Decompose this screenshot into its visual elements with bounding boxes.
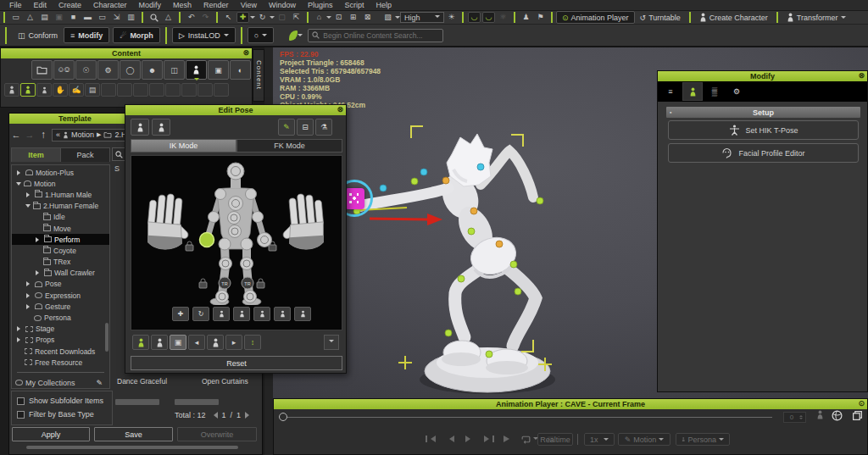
next-frame-icon[interactable]: [481, 433, 496, 445]
redo-icon[interactable]: ↷: [199, 12, 212, 23]
frame-input[interactable]: [784, 413, 799, 422]
tree-expand-arrow[interactable]: [26, 304, 32, 309]
tree-item[interactable]: Stage: [12, 324, 109, 335]
front-view-icon[interactable]: [207, 335, 224, 350]
tree-expand-arrow[interactable]: [26, 192, 32, 197]
select-lower-body-icon[interactable]: [233, 307, 250, 321]
edit-pose-header[interactable]: Edit Pose ⊗: [125, 105, 346, 115]
transformer-button[interactable]: Transformer: [782, 11, 851, 24]
right-ankle-joint[interactable]: [216, 291, 229, 303]
translate-axis-arrow[interactable]: [358, 203, 453, 227]
body-part-selector[interactable]: TR TR ✚ ↻: [131, 155, 342, 330]
export-obj-icon[interactable]: ▬: [81, 12, 94, 23]
right-wrist-joint-selected[interactable]: [200, 233, 214, 247]
online-search-box[interactable]: [308, 29, 443, 42]
go-to-end-icon[interactable]: [501, 433, 515, 445]
previous-frame-icon[interactable]: [442, 433, 457, 445]
modify-panel-header[interactable]: Modify ⊗: [658, 71, 867, 81]
subfilter-glove-icon[interactable]: ✋: [53, 83, 68, 97]
import-icon[interactable]: ▣: [53, 12, 65, 23]
tr-badges[interactable]: TR TR: [219, 277, 253, 289]
left-shoulder-joint[interactable]: [246, 189, 257, 200]
turn-right-icon[interactable]: ▸: [225, 335, 242, 350]
physics-icon[interactable]: ⚛: [497, 12, 509, 23]
menu-item[interactable]: Mesh: [167, 1, 198, 9]
mannequin-diagram[interactable]: TR TR: [131, 156, 340, 305]
export-fbx-icon[interactable]: ■: [67, 12, 80, 23]
template-tree[interactable]: Motion-Plus Motion 1.Human Male: [11, 164, 110, 389]
tool-icon[interactable]: ⚗: [315, 119, 332, 136]
loop-button[interactable]: [520, 435, 538, 444]
plant-caret[interactable]: [298, 34, 303, 39]
undo-icon[interactable]: ↶: [185, 12, 198, 23]
tree-item[interactable]: 1.Human Male: [12, 189, 109, 200]
turn-left-icon[interactable]: ◂: [188, 335, 205, 350]
animation-player-button[interactable]: ⊙ Animation Player: [556, 11, 635, 24]
frame-all-icon[interactable]: ⊠: [361, 12, 374, 23]
spinner-arrows[interactable]: [799, 413, 803, 422]
select-full-body-icon[interactable]: [294, 307, 311, 321]
tree-item[interactable]: Props: [12, 335, 109, 346]
move-tool-caret[interactable]: [250, 16, 255, 21]
my-collections-item[interactable]: My Collections ✎: [12, 377, 109, 388]
category-accessory-icon[interactable]: ⚙: [97, 60, 119, 80]
template-sort-label[interactable]: S: [114, 164, 120, 173]
tab-fk-mode[interactable]: FK Mode: [236, 139, 342, 153]
menu-item[interactable]: Window: [263, 1, 302, 9]
menu-item[interactable]: Plugins: [302, 1, 339, 9]
spine-joint[interactable]: [228, 212, 241, 225]
move-tool-icon[interactable]: ✚: [236, 12, 249, 23]
online-search-input[interactable]: [323, 31, 433, 40]
persona-dropdown[interactable]: Persona: [676, 433, 730, 446]
tree-item[interactable]: Recent Downloads: [12, 346, 109, 357]
layers-icon[interactable]: [852, 410, 863, 423]
tree-item[interactable]: Perform: [12, 234, 109, 245]
select-right-side-icon[interactable]: [274, 307, 291, 321]
tab-texture-icon[interactable]: ▒: [704, 82, 725, 101]
content-side-tab[interactable]: Content: [253, 49, 264, 102]
edit-pivot-icon[interactable]: ✎: [278, 119, 295, 136]
tab-pack[interactable]: Pack: [61, 148, 109, 162]
right-hip-joint[interactable]: [219, 238, 231, 250]
subfilter-motion-icon[interactable]: [20, 83, 36, 97]
category-cloth-icon[interactable]: ⎉⎊: [53, 60, 75, 80]
new-project-icon[interactable]: ▭: [9, 12, 22, 23]
subfilter-script-icon[interactable]: ▤: [85, 83, 100, 97]
preview-light-a-icon[interactable]: ◡: [468, 12, 481, 23]
tree-expand-arrow[interactable]: [25, 204, 31, 210]
timeline-playhead[interactable]: [279, 413, 287, 421]
pivot-edit-icon[interactable]: ⇱: [290, 12, 303, 23]
category-material-icon[interactable]: ☉: [75, 60, 97, 80]
reset-pose-button[interactable]: Reset: [131, 356, 342, 370]
subfilter-hand-icon[interactable]: ✍: [69, 83, 84, 97]
render-quality-select[interactable]: High: [400, 12, 444, 23]
facial-profile-editor-button[interactable]: Facial Profile Editor: [668, 143, 859, 163]
menu-item[interactable]: View: [235, 1, 263, 9]
left-hand-selector[interactable]: [146, 192, 193, 252]
zoom-extend-icon[interactable]: ⊞: [347, 12, 359, 23]
grid-select-icon[interactable]: ⊟: [297, 119, 314, 136]
right-shoulder-joint[interactable]: [215, 189, 226, 200]
template-item-caption[interactable]: Dance Graceful: [117, 377, 181, 386]
nav-back-icon[interactable]: ←: [9, 130, 23, 140]
render-image-icon[interactable]: ▥: [125, 12, 137, 23]
thumbnail-size-slider[interactable]: [175, 399, 219, 405]
tree-expand-arrow[interactable]: [36, 270, 42, 275]
right-elbow-joint[interactable]: [209, 212, 220, 223]
select-tool-icon[interactable]: ↖: [222, 12, 235, 23]
turntable-button[interactable]: ↺ Turntable: [635, 11, 686, 24]
frame-spinner[interactable]: [783, 412, 806, 423]
rotate-tool-caret[interactable]: [270, 16, 275, 21]
subfilter-avatar-icon[interactable]: [4, 83, 19, 97]
walk-mode-icon[interactable]: [816, 410, 824, 421]
speed-dropdown[interactable]: 1x: [584, 433, 615, 446]
menu-item[interactable]: Character: [87, 1, 133, 9]
left-knee-joint[interactable]: [241, 258, 253, 270]
tree-item[interactable]: Coyote: [12, 245, 109, 256]
pose-options-dropdown[interactable]: [324, 335, 339, 350]
menu-item[interactable]: Render: [198, 1, 235, 9]
breadcrumb-collapse[interactable]: «: [56, 130, 60, 139]
tree-expand-arrow[interactable]: [26, 281, 32, 286]
turntable-ball-icon[interactable]: [832, 410, 843, 423]
modify-button[interactable]: ≡ Modify: [64, 27, 109, 43]
